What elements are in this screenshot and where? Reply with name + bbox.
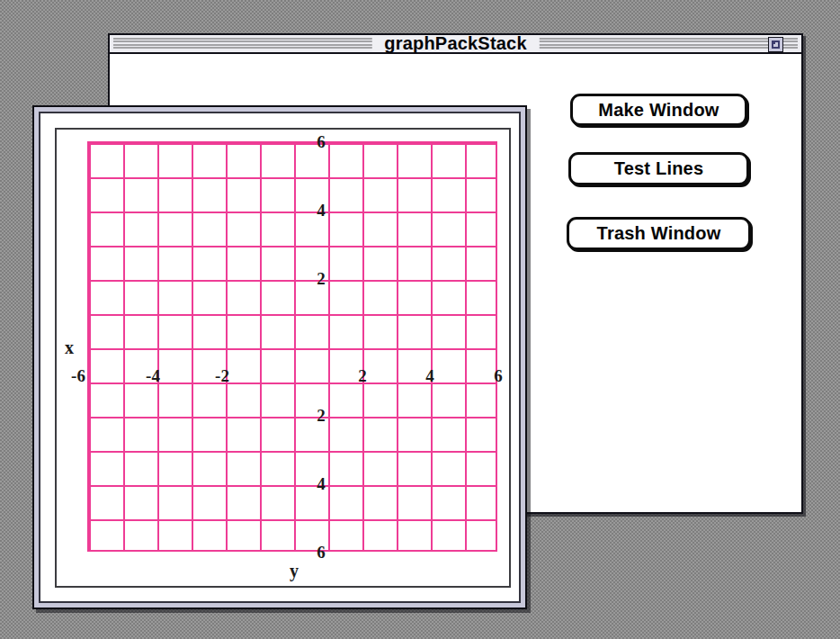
- plot-grid: [87, 141, 497, 552]
- x-tick-label: 6: [494, 367, 503, 384]
- x-tick-label: -2: [215, 367, 229, 384]
- y-tick-label: 4: [317, 202, 326, 219]
- y-tick-label: 6: [317, 133, 326, 150]
- x-tick-label: -6: [71, 367, 85, 384]
- windowshade-glyph-inner: [772, 40, 775, 44]
- plot-frame: -6 -4 -2 2 4 6 6 4 2 2 4 6 x y: [55, 128, 511, 588]
- y-tick-label: 2: [317, 270, 326, 287]
- y-axis-label: y: [290, 562, 299, 580]
- x-tick-label: 4: [425, 367, 434, 384]
- title-bar[interactable]: graphPackStack: [110, 35, 801, 54]
- trash-window-button[interactable]: Trash Window: [567, 217, 751, 250]
- x-axis-label: x: [65, 338, 74, 356]
- windowshade-glyph-outer: [772, 40, 780, 49]
- y-tick-label: 6: [317, 544, 326, 561]
- y-tick-label: 2: [317, 407, 326, 424]
- x-tick-label: 2: [358, 367, 367, 384]
- y-tick-label: 4: [317, 475, 326, 492]
- test-lines-button[interactable]: Test Lines: [568, 152, 749, 185]
- window-title: graphPackStack: [371, 35, 539, 52]
- x-tick-label: -4: [146, 367, 160, 384]
- windowshade-icon[interactable]: [768, 37, 783, 52]
- graph-window[interactable]: -6 -4 -2 2 4 6 6 4 2 2 4 6 x y: [39, 112, 521, 603]
- make-window-button[interactable]: Make Window: [570, 94, 747, 126]
